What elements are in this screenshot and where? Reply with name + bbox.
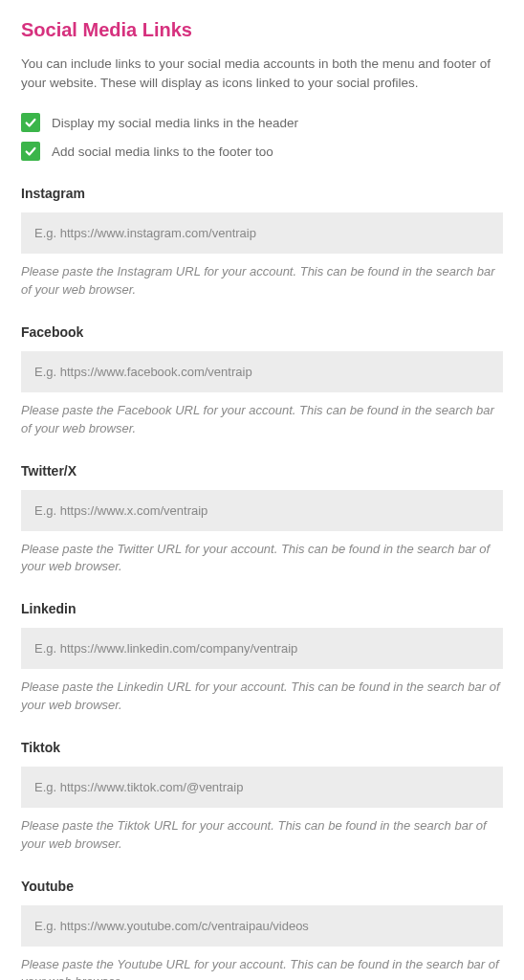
field-label-youtube: Youtube bbox=[21, 879, 503, 894]
help-text-tiktok: Please paste the Tiktok URL for your acc… bbox=[21, 817, 503, 854]
field-group-youtube: Youtube Please paste the Youtube URL for… bbox=[21, 879, 503, 980]
help-text-linkedin: Please paste the Linkedin URL for your a… bbox=[21, 679, 503, 715]
help-text-instagram: Please paste the Instagram URL for your … bbox=[21, 263, 503, 300]
checkbox-row-header: Display my social media links in the hea… bbox=[21, 113, 503, 132]
checkbox-label-header: Display my social media links in the hea… bbox=[52, 116, 298, 130]
checkbox-row-footer: Add social media links to the footer too bbox=[21, 142, 503, 161]
instagram-input[interactable] bbox=[21, 212, 503, 254]
field-group-facebook: Facebook Please paste the Facebook URL f… bbox=[21, 324, 503, 438]
check-icon bbox=[24, 116, 37, 129]
help-text-twitter: Please paste the Twitter URL for your ac… bbox=[21, 541, 503, 577]
checkbox-label-footer: Add social media links to the footer too bbox=[52, 145, 273, 159]
field-label-twitter: Twitter/X bbox=[21, 463, 503, 479]
checkbox-display-footer[interactable] bbox=[21, 142, 40, 161]
field-group-linkedin: Linkedin Please paste the Linkedin URL f… bbox=[21, 601, 503, 715]
page-title: Social Media Links bbox=[21, 19, 503, 41]
help-text-youtube: Please paste the Youtube URL for your ac… bbox=[21, 956, 503, 980]
checkbox-display-header[interactable] bbox=[21, 113, 40, 132]
facebook-input[interactable] bbox=[21, 351, 503, 392]
field-group-twitter: Twitter/X Please paste the Twitter URL f… bbox=[21, 463, 503, 577]
youtube-input[interactable] bbox=[21, 905, 503, 947]
help-text-facebook: Please paste the Facebook URL for your a… bbox=[21, 402, 503, 438]
field-group-instagram: Instagram Please paste the Instagram URL… bbox=[21, 186, 503, 300]
tiktok-input[interactable] bbox=[21, 767, 503, 808]
field-label-instagram: Instagram bbox=[21, 186, 503, 201]
field-label-facebook: Facebook bbox=[21, 324, 503, 340]
check-icon bbox=[24, 145, 37, 158]
linkedin-input[interactable] bbox=[21, 628, 503, 669]
field-group-tiktok: Tiktok Please paste the Tiktok URL for y… bbox=[21, 740, 503, 854]
page-description: You can include links to your social med… bbox=[21, 55, 503, 92]
field-label-linkedin: Linkedin bbox=[21, 601, 503, 616]
twitter-input[interactable] bbox=[21, 490, 503, 531]
field-label-tiktok: Tiktok bbox=[21, 740, 503, 755]
